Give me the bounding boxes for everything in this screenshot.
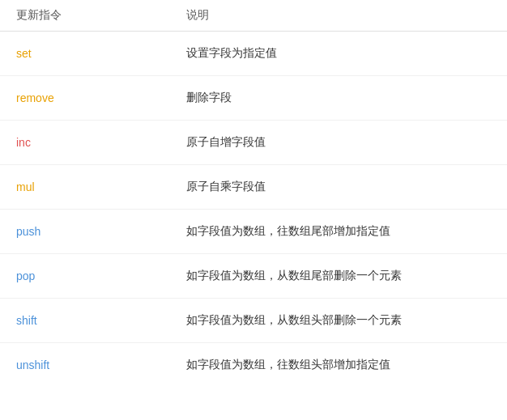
command-cell-pop: pop — [16, 269, 186, 282]
command-cell-set: set — [16, 47, 186, 60]
table-row: shift如字段值为数组，从数组头部删除一个元素 — [0, 299, 507, 343]
header-command: 更新指令 — [16, 8, 186, 23]
desc-cell-unshift: 如字段值为数组，往数组头部增加指定值 — [186, 358, 491, 372]
commands-table: 更新指令 说明 set设置字段为指定值remove删除字段inc原子自增字段值m… — [0, 0, 507, 387]
desc-cell-push: 如字段值为数组，往数组尾部增加指定值 — [186, 224, 491, 239]
desc-cell-shift: 如字段值为数组，从数组头部删除一个元素 — [186, 313, 491, 328]
table-row: unshift如字段值为数组，往数组头部增加指定值 — [0, 343, 507, 387]
command-cell-mul: mul — [16, 180, 186, 193]
command-cell-inc: inc — [16, 136, 186, 149]
table-header: 更新指令 说明 — [0, 0, 507, 32]
table-row: push如字段值为数组，往数组尾部增加指定值 — [0, 210, 507, 254]
table-row: inc原子自增字段值 — [0, 121, 507, 165]
table-row: set设置字段为指定值 — [0, 32, 507, 76]
command-cell-push: push — [16, 225, 186, 238]
header-desc: 说明 — [186, 8, 491, 23]
desc-cell-pop: 如字段值为数组，从数组尾部删除一个元素 — [186, 269, 491, 283]
table-body: set设置字段为指定值remove删除字段inc原子自增字段值mul原子自乘字段… — [0, 32, 507, 387]
desc-cell-set: 设置字段为指定值 — [186, 46, 491, 61]
command-cell-remove: remove — [16, 91, 186, 104]
table-row: remove删除字段 — [0, 76, 507, 121]
command-cell-shift: shift — [16, 314, 186, 327]
desc-cell-inc: 原子自增字段值 — [186, 135, 491, 150]
desc-cell-remove: 删除字段 — [186, 91, 491, 105]
desc-cell-mul: 原子自乘字段值 — [186, 180, 491, 194]
table-row: pop如字段值为数组，从数组尾部删除一个元素 — [0, 254, 507, 299]
table-row: mul原子自乘字段值 — [0, 165, 507, 210]
command-cell-unshift: unshift — [16, 358, 186, 371]
